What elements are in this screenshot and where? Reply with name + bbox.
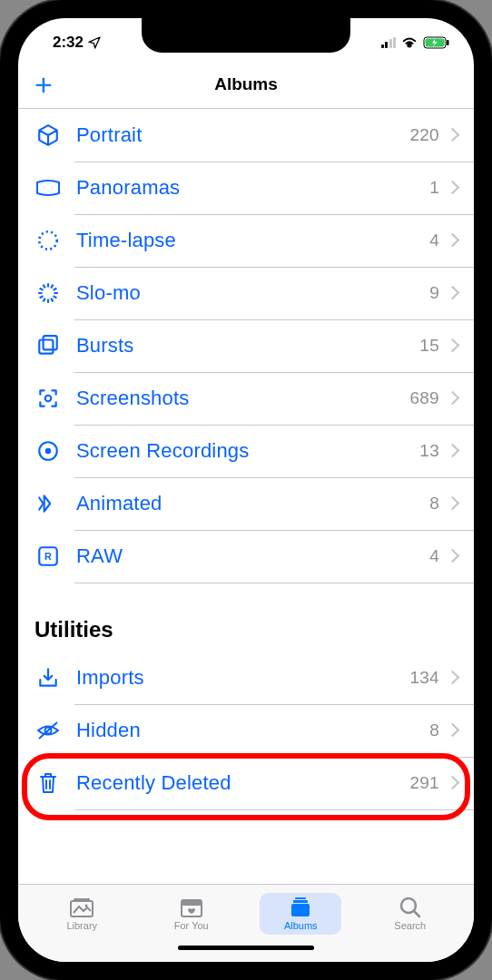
- raw-icon: R: [34, 543, 62, 570]
- svg-line-35: [414, 911, 419, 916]
- svg-line-16: [54, 289, 57, 290]
- row-count: 4: [429, 230, 439, 250]
- album-row-slo-mo[interactable]: Slo-mo9: [18, 267, 474, 319]
- tab-label: Search: [394, 920, 426, 931]
- content-scroll[interactable]: Portrait220Panoramas1Time-lapse4Slo-mo9B…: [18, 109, 474, 884]
- svg-rect-3: [447, 40, 449, 45]
- album-row-screen-recordings[interactable]: Screen Recordings13: [18, 425, 474, 477]
- nav-bar: + Albums: [18, 60, 474, 109]
- tab-label: Albums: [284, 920, 318, 931]
- animated-icon: [34, 490, 62, 517]
- chevron-right-icon: [448, 338, 458, 353]
- battery-icon: [423, 36, 450, 49]
- search-icon: [398, 897, 423, 918]
- tab-albums[interactable]: Albums: [260, 893, 341, 935]
- album-row-portrait[interactable]: Portrait220: [18, 109, 474, 162]
- chevron-right-icon: [448, 181, 458, 195]
- chevron-right-icon: [448, 391, 458, 406]
- svg-line-15: [51, 285, 53, 289]
- screenrec-icon: [34, 437, 62, 465]
- wifi-icon: [401, 36, 418, 49]
- row-label: Portrait: [62, 123, 409, 147]
- row-label: Bursts: [62, 334, 419, 358]
- album-row-recently-deleted[interactable]: Recently Deleted291: [18, 757, 474, 809]
- chevron-right-icon: [448, 444, 458, 458]
- row-count: 8: [429, 720, 439, 740]
- svg-line-25: [39, 722, 57, 739]
- foryou-icon: [179, 897, 204, 918]
- svg-rect-31: [291, 904, 310, 916]
- row-count: 1: [429, 178, 439, 198]
- chevron-right-icon: [448, 776, 458, 790]
- albums-icon: [288, 897, 313, 918]
- library-icon: [69, 897, 94, 918]
- album-row-animated[interactable]: Animated8: [18, 477, 474, 530]
- row-label: RAW: [62, 544, 429, 568]
- chevron-right-icon: [448, 496, 458, 511]
- timelapse-icon: [34, 227, 62, 254]
- svg-line-12: [40, 289, 44, 290]
- slomo-icon: [34, 279, 62, 307]
- section-header-utilities: Utilities: [18, 583, 474, 652]
- svg-rect-32: [293, 900, 308, 903]
- pano-icon: [34, 174, 62, 201]
- chevron-right-icon: [448, 671, 458, 685]
- row-label: Time-lapse: [62, 229, 429, 252]
- row-label: Imports: [62, 666, 409, 690]
- svg-point-0: [408, 44, 410, 47]
- tab-search[interactable]: Search: [369, 893, 451, 935]
- hidden-icon: [34, 717, 62, 744]
- svg-point-4: [39, 231, 57, 250]
- tab-library[interactable]: Library: [41, 893, 123, 935]
- svg-point-21: [45, 448, 52, 455]
- home-indicator: [18, 938, 474, 962]
- row-label: Screenshots: [62, 387, 409, 410]
- tab-for-you[interactable]: For You: [151, 893, 232, 935]
- album-row-raw[interactable]: RRAW4: [18, 530, 474, 583]
- album-row-hidden[interactable]: Hidden8: [18, 704, 474, 757]
- chevron-right-icon: [448, 128, 458, 142]
- svg-rect-30: [182, 900, 202, 906]
- row-label: Animated: [62, 492, 429, 515]
- row-count: 689: [409, 388, 439, 408]
- album-row-bursts[interactable]: Bursts15: [18, 319, 474, 372]
- nav-title: Albums: [214, 74, 278, 94]
- row-count: 291: [409, 773, 439, 793]
- svg-line-10: [40, 296, 44, 298]
- chevron-right-icon: [448, 549, 458, 564]
- svg-point-19: [45, 396, 52, 402]
- svg-line-7: [51, 299, 53, 302]
- svg-line-6: [54, 296, 57, 298]
- svg-text:R: R: [44, 551, 52, 562]
- tab-label: Library: [66, 920, 97, 931]
- row-label: Slo-mo: [62, 281, 429, 305]
- trash-icon: [34, 769, 62, 797]
- chevron-right-icon: [448, 286, 458, 300]
- album-row-panoramas[interactable]: Panoramas1: [18, 162, 474, 214]
- row-count: 8: [429, 494, 439, 514]
- chevron-right-icon: [448, 233, 458, 248]
- row-count: 134: [409, 668, 439, 688]
- row-count: 9: [429, 283, 439, 303]
- screenshots-icon: [34, 385, 62, 412]
- signal-icon: [381, 37, 397, 48]
- svg-line-13: [44, 285, 45, 289]
- svg-rect-33: [295, 897, 306, 899]
- svg-rect-28: [74, 898, 90, 900]
- row-label: Screen Recordings: [62, 439, 419, 463]
- row-count: 15: [419, 336, 439, 356]
- album-row-time-lapse[interactable]: Time-lapse4: [18, 214, 474, 267]
- svg-line-9: [44, 299, 45, 302]
- location-icon: [87, 35, 102, 50]
- tab-label: For You: [174, 920, 209, 931]
- svg-rect-17: [39, 340, 53, 354]
- tab-bar: LibraryFor YouAlbumsSearch: [18, 884, 474, 938]
- cube-icon: [34, 122, 62, 149]
- row-count: 4: [429, 546, 439, 566]
- imports-icon: [34, 664, 62, 691]
- album-row-imports[interactable]: Imports134: [18, 652, 474, 704]
- chevron-right-icon: [448, 723, 458, 738]
- add-button[interactable]: +: [34, 69, 53, 100]
- album-row-screenshots[interactable]: Screenshots689: [18, 372, 474, 425]
- svg-point-27: [85, 904, 88, 906]
